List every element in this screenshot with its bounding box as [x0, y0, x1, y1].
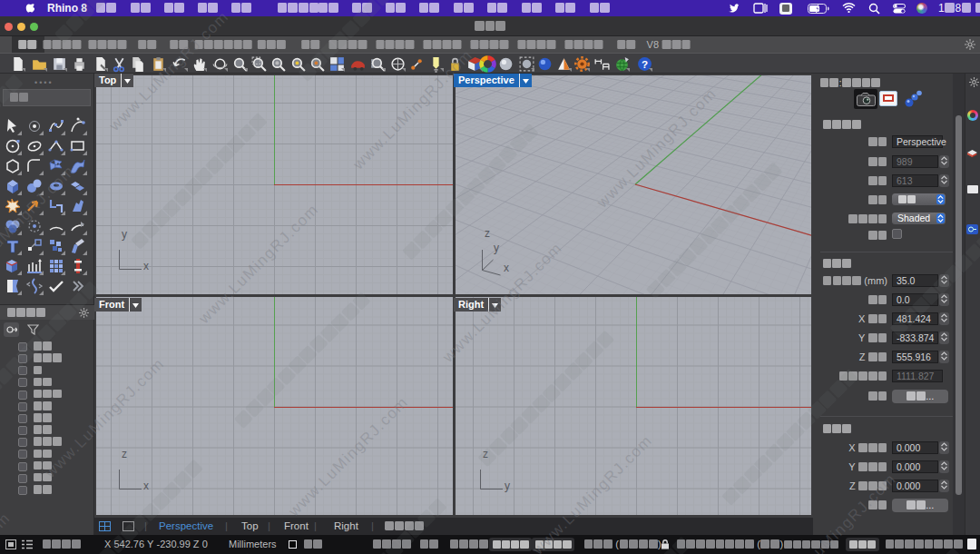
svg-text:?: ?	[642, 58, 648, 70]
